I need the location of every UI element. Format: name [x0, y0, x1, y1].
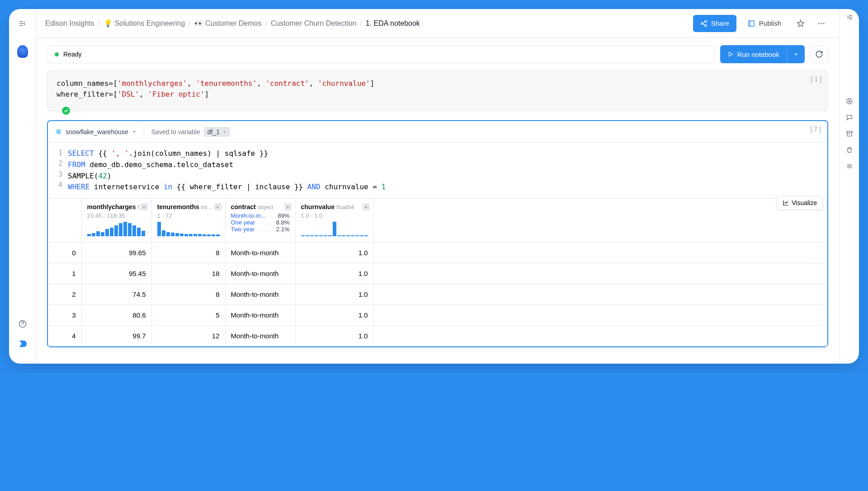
svg-point-5 — [821, 23, 822, 24]
run-button-group: Run notebook — [720, 45, 805, 63]
comment-icon[interactable] — [846, 114, 853, 121]
success-badge-icon — [61, 106, 71, 116]
menu-icon[interactable] — [846, 163, 853, 170]
chevron-down-icon — [222, 130, 226, 134]
variable-pill[interactable]: df_1 — [204, 127, 230, 137]
table-row[interactable]: 2 74.5 8 Month-to-month 1.0 — [48, 284, 827, 305]
column-header[interactable]: ▾ tenuremonths int...1 - 72 — [152, 199, 225, 242]
saved-label: Saved to variable — [151, 128, 200, 136]
breadcrumbs: Edison Insights / 💡 Solutions Engineerin… — [45, 19, 689, 28]
code-cell-1[interactable]: [ 1 ] column_names=['monthlycharges', 't… — [47, 70, 828, 111]
svg-point-1 — [705, 20, 707, 22]
star-icon[interactable] — [792, 15, 809, 32]
svg-point-6 — [823, 23, 825, 24]
sql-code-block[interactable]: 1234 SELECT {{ ', '.join(column_names) |… — [48, 143, 827, 198]
column-menu-icon[interactable]: ▾ — [141, 203, 148, 210]
breadcrumb-sep: / — [98, 19, 100, 28]
publish-label: Publish — [759, 19, 781, 27]
trash-icon[interactable] — [846, 146, 853, 154]
breadcrumb-sep: / — [360, 19, 362, 28]
svg-point-2 — [701, 23, 703, 24]
column-menu-icon[interactable]: ▾ — [214, 203, 222, 210]
svg-point-7 — [847, 98, 852, 104]
archive-icon[interactable] — [846, 130, 853, 137]
collapse-sidebar-icon[interactable] — [15, 16, 30, 31]
status-label: Ready — [63, 51, 81, 58]
column-header[interactable]: ▾ monthlycharges f..23.45 - 118.35 — [82, 199, 151, 242]
refresh-button[interactable] — [810, 45, 828, 63]
right-rail — [839, 9, 859, 364]
main-area: Edison Insights / 💡 Solutions Engineerin… — [36, 9, 839, 364]
table-row[interactable]: 0 99.65 8 Month-to-month 1.0 — [48, 243, 827, 263]
variable-name: df_1 — [208, 128, 220, 136]
cell-code[interactable]: column_names=['monthlycharges', 'tenurem… — [47, 71, 828, 111]
publish-button[interactable]: Publish — [740, 15, 788, 32]
table-row[interactable]: 1 95.45 18 Month-to-month 1.0 — [48, 263, 827, 284]
breadcrumb-root[interactable]: Edison Insights — [45, 19, 94, 28]
svg-point-3 — [705, 24, 707, 26]
visualize-button[interactable]: Visualize — [777, 196, 823, 210]
share-label: Share — [711, 19, 729, 27]
svg-point-4 — [818, 23, 820, 24]
more-icon[interactable] — [813, 15, 830, 32]
topbar: Edison Insights / 💡 Solutions Engineerin… — [36, 9, 839, 38]
app-window: Edison Insights / 💡 Solutions Engineerin… — [9, 9, 859, 364]
svg-rect-8 — [847, 131, 852, 133]
run-notebook-button[interactable]: Run notebook — [720, 45, 787, 63]
column-header[interactable]: ▾ churnvalue float641.0 - 1.0 — [296, 199, 373, 242]
sql-cell-header: ❄ snowflake_warehouse Saved to variable … — [48, 121, 827, 143]
variable-selector[interactable]: Saved to variable df_1 — [144, 121, 237, 142]
breadcrumb-l2[interactable]: 👀 Customer Demos — [194, 19, 262, 28]
warehouse-selector[interactable]: ❄ snowflake_warehouse — [48, 121, 144, 142]
help-icon[interactable] — [15, 317, 30, 331]
line-gutter: 1234 — [48, 148, 68, 193]
kernel-status[interactable]: Ready — [47, 45, 715, 63]
result-table: ▾ monthlycharges f..23.45 - 118.35 ▾ ten… — [48, 198, 827, 346]
run-icon[interactable] — [846, 98, 853, 105]
sparkline-icon — [301, 222, 368, 236]
run-label: Run notebook — [737, 51, 779, 58]
breadcrumb-l1[interactable]: 💡 Solutions Engineering — [104, 19, 185, 28]
breadcrumb-l3[interactable]: Customer Churn Detection — [271, 19, 356, 28]
snowflake-icon: ❄ — [55, 127, 62, 137]
table-row[interactable]: 3 80.6 5 Month-to-month 1.0 — [48, 305, 827, 326]
sql-lines[interactable]: SELECT {{ ', '.join(column_names) | sqls… — [68, 148, 827, 193]
table-row[interactable]: 4 99.7 12 Month-to-month 1.0 — [48, 326, 827, 346]
left-rail — [9, 9, 36, 364]
deepnote-logo-icon[interactable] — [15, 337, 30, 351]
breadcrumb-current[interactable]: 1. EDA notebook — [366, 19, 420, 28]
sparkline-icon — [87, 222, 146, 236]
column-header[interactable]: ▾ contract objectMonth-to-m...89%One yea… — [226, 199, 295, 242]
breadcrumb-sep: / — [265, 19, 267, 28]
column-menu-icon[interactable]: ▾ — [284, 203, 292, 210]
chevron-down-icon — [132, 130, 137, 134]
cell-exec-count: [ 7 ] — [811, 126, 821, 133]
app-logo-icon — [17, 45, 28, 58]
column-menu-icon[interactable]: ▾ — [363, 203, 370, 210]
status-dot-icon — [55, 52, 59, 56]
status-bar: Ready Run notebook — [36, 38, 839, 70]
sql-cell[interactable]: [ 7 ] ❄ snowflake_warehouse Saved to var… — [47, 120, 828, 347]
run-dropdown-button[interactable] — [787, 45, 805, 63]
collapse-right-icon[interactable] — [846, 14, 853, 21]
visualize-label: Visualize — [792, 199, 817, 206]
sparkline-icon — [157, 222, 220, 236]
breadcrumb-sep: / — [189, 19, 190, 28]
share-button[interactable]: Share — [693, 15, 736, 32]
warehouse-name: snowflake_warehouse — [66, 128, 128, 136]
notebook-content: [ 1 ] column_names=['monthlycharges', 't… — [36, 70, 839, 364]
table-header-row: ▾ monthlycharges f..23.45 - 118.35 ▾ ten… — [48, 199, 827, 243]
cell-exec-count: [ 1 ] — [811, 75, 821, 83]
